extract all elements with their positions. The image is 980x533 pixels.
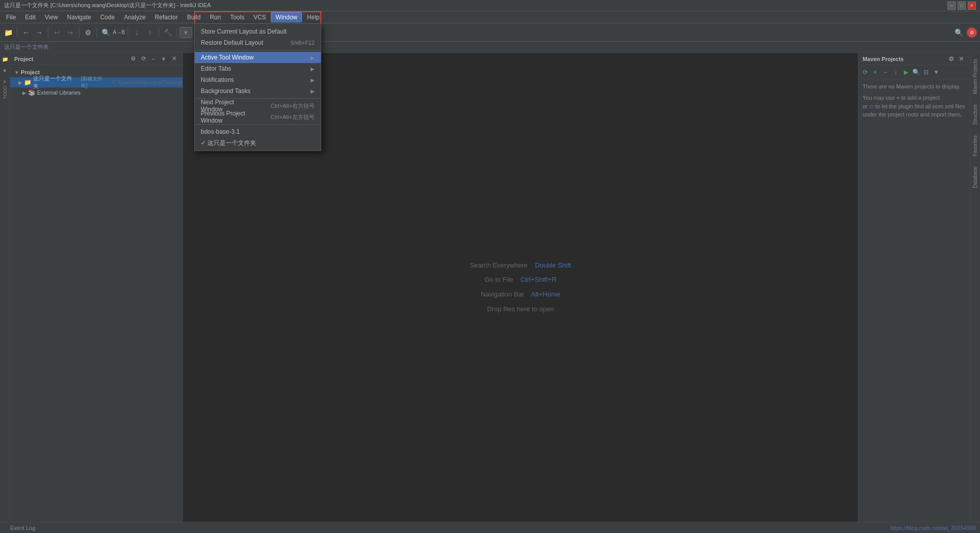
maven-refresh-btn[interactable]: ⟳ <box>861 68 870 77</box>
menu-build[interactable]: Build <box>183 13 205 22</box>
maven-add-btn[interactable]: + <box>871 68 880 77</box>
sidebar-todo-icon[interactable]: TODO <box>1 88 9 97</box>
menu-refactor[interactable]: Refactor <box>151 13 182 22</box>
left-sidebar: 📁 ★ ≡ TODO <box>0 53 10 522</box>
maven-hint-plus: + <box>896 95 899 101</box>
maven-more-btn[interactable]: ▼ <box>932 68 941 77</box>
right-tab-structure[interactable]: Structure <box>971 100 979 129</box>
toolbar-forward-btn[interactable]: → <box>33 26 45 39</box>
menu-edit[interactable]: Edit <box>21 13 40 22</box>
maven-hint-line2: to add a project <box>901 95 940 101</box>
hint-search: Search Everywhere Double Shift <box>470 258 571 273</box>
panel-header: Project ⚙ ⟳ − ▼ ✕ <box>10 53 182 65</box>
folder-expand-icon: ▶ <box>18 80 22 85</box>
toolbar-replace-btn[interactable]: A→B <box>113 26 125 39</box>
panel-sync-btn[interactable]: ⟳ <box>139 54 148 64</box>
menu-view[interactable]: View <box>41 13 62 22</box>
folder-badge: [新建文件夹] <box>81 75 109 90</box>
right-tab-favorites[interactable]: Favorites <box>971 131 979 160</box>
maven-content: There are no Maven projects to display. … <box>859 79 970 522</box>
debug-button[interactable]: 🐛 <box>206 26 219 39</box>
toolbar-sep-7 <box>176 27 177 38</box>
toolbar-sep-1 <box>17 27 17 38</box>
right-tab-database[interactable]: Database <box>971 162 979 192</box>
right-tab-maven[interactable]: Maven Projects <box>971 55 979 98</box>
close-button[interactable]: ✕ <box>968 2 976 10</box>
stop-button[interactable]: ⏹ <box>233 26 245 39</box>
maven-settings-btn[interactable]: ⚙ <box>946 54 956 64</box>
menu-run[interactable]: Run <box>206 13 225 22</box>
toolbar-sep-2 <box>48 27 48 38</box>
toolbar-undo-btn[interactable]: ↩ <box>51 26 63 39</box>
toolbar-back-btn[interactable]: ← <box>20 26 32 39</box>
event-log-btn[interactable]: Event Log <box>10 525 36 531</box>
menu-vcs[interactable]: VCS <box>250 13 270 22</box>
maven-remove-btn[interactable]: − <box>881 68 890 77</box>
menu-file[interactable]: File <box>2 13 20 22</box>
tree-item-folder[interactable]: ▶ 📁 这只是一个文件夹 [新建文件夹] C:\Users\chong.wang… <box>10 77 182 87</box>
maven-close-btn[interactable]: ✕ <box>957 54 966 64</box>
project-expand-icon: ▼ <box>14 70 19 75</box>
title-bar: 这只是一个文件夹 [C:\Users\chong.wang\Desktop\这只… <box>0 0 980 11</box>
menu-navigate[interactable]: Navigate <box>63 13 95 22</box>
maven-panel: Maven Projects ⚙ ✕ ⟳ + − ↓ ▶ 🔍 ⊟ ▼ There… <box>858 53 970 522</box>
hint-goto-shortcut: Ctrl+Shift+R <box>520 276 557 283</box>
panel-close-btn[interactable]: ✕ <box>169 54 178 64</box>
menu-help[interactable]: Help <box>303 13 324 22</box>
toolbar-redo-btn[interactable]: ↪ <box>64 26 76 39</box>
ext-libs-label: External Libraries <box>37 90 81 96</box>
toolbar-search-btn[interactable]: 🔍 <box>100 26 112 39</box>
status-url[interactable]: https://blog.csdn.net/qq_30254969 <box>890 525 976 531</box>
toolbar-open-btn[interactable]: 📁 <box>2 26 14 39</box>
menu-window[interactable]: Window <box>271 12 302 22</box>
toolbar-vcs-push-btn[interactable]: ↑ <box>144 26 156 39</box>
hint-navbar: Navigation Bar Alt+Home <box>470 287 571 302</box>
editor-hints: Search Everywhere Double Shift Go to Fil… <box>470 258 571 316</box>
maven-hint-line5: under the project roots and import them. <box>863 111 962 117</box>
sidebar-bookmark-icon[interactable]: ★ <box>1 66 9 74</box>
hint-drop: Drop files here to open <box>470 302 571 317</box>
menu-code[interactable]: Code <box>96 13 119 22</box>
panel-collapse-btn[interactable]: − <box>149 54 158 64</box>
toolbar-vcs-update-btn[interactable]: ↓ <box>131 26 143 39</box>
toolbar-sep-8 <box>248 27 248 38</box>
menu-tools[interactable]: Tools <box>226 13 249 22</box>
minimize-button[interactable]: ─ <box>947 2 956 10</box>
maven-title: Maven Projects <box>863 56 904 62</box>
maven-collapse-btn[interactable]: ⊟ <box>922 68 931 77</box>
toolbar-sep-6 <box>159 27 159 38</box>
ext-libs-expand-icon: ▶ <box>22 90 26 96</box>
run-config-text: ▼ <box>183 29 189 36</box>
maximize-button[interactable]: □ <box>958 2 966 10</box>
run-config-dropdown[interactable]: ▼ <box>179 27 192 38</box>
toolbar-search-everywhere[interactable]: 🔍 <box>953 26 965 39</box>
hint-goto-label: Go to File <box>484 276 513 283</box>
hint-search-shortcut: Double Shift <box>535 261 571 269</box>
title-bar-controls: ─ □ ✕ <box>947 2 976 10</box>
panel-settings-btn[interactable]: ⚙ <box>129 54 138 64</box>
path-bar: 这只是一个文件夹 <box>0 42 980 53</box>
menu-analyze[interactable]: Analyze <box>120 13 150 22</box>
hint-navbar-shortcut: Alt+Home <box>531 290 560 298</box>
toolbar-error-indicator[interactable]: ⊘ <box>967 27 977 38</box>
toolbar-settings-btn[interactable]: ⚙ <box>82 26 94 39</box>
maven-hint-line3: or <box>863 103 869 109</box>
title-bar-text: 这只是一个文件夹 [C:\Users\chong.wang\Desktop\这只… <box>4 2 947 9</box>
maven-run-btn[interactable]: ▶ <box>901 68 910 77</box>
panel-more-btn[interactable]: ▼ <box>159 54 168 64</box>
panel-title: Project <box>14 56 33 62</box>
toolbar-build-btn[interactable]: 🔨 <box>162 26 174 39</box>
maven-hint-line1: You may use <box>863 95 896 101</box>
panel-content: ▼ Project ▶ 📁 这只是一个文件夹 [新建文件夹] C:\Users\… <box>10 65 182 522</box>
maven-header: Maven Projects ⚙ ✕ <box>859 53 970 65</box>
toolbar-sep-5 <box>128 27 128 38</box>
sidebar-project-icon[interactable]: 📁 <box>1 55 9 63</box>
panel-toolbar: ⚙ ⟳ − ▼ ✕ <box>129 54 178 64</box>
maven-download-btn[interactable]: ↓ <box>891 68 900 77</box>
run-button[interactable]: ▶ <box>193 26 205 39</box>
sidebar-structure-icon[interactable]: ≡ <box>1 77 9 85</box>
run-with-coverage-btn[interactable]: ▶ <box>220 26 232 39</box>
menu-bar: File Edit View Navigate Code Analyze Ref… <box>0 11 980 23</box>
maven-search-btn[interactable]: 🔍 <box>911 68 921 77</box>
toolbar: 📁 ← → ↩ ↪ ⚙ 🔍 A→B ↓ ↑ 🔨 ▼ ▶ 🐛 ▶ ⏹ 🔍 ⊘ <box>0 23 980 42</box>
